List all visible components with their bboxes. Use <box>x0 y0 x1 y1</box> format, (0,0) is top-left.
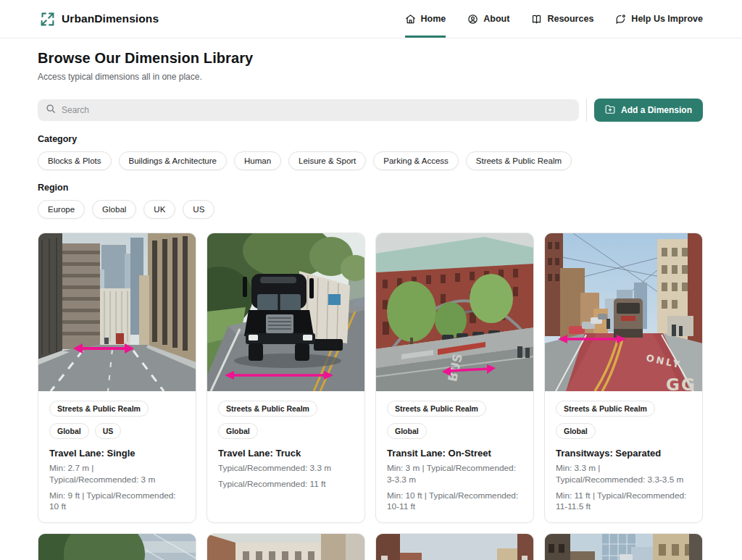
card-metric-metric1: Typical/Recommended: 3.3 m <box>218 463 354 475</box>
category-chip-parking-access[interactable]: Parking & Access <box>373 151 458 170</box>
category-chip-streets-public-realm[interactable]: Streets & Public Realm <box>466 151 572 170</box>
card-image-brick-warehouse-street: BUS <box>376 233 533 391</box>
dimension-card-grid: Streets & Public Realm Global US Travel … <box>38 233 703 523</box>
card-image-city-street <box>38 233 196 391</box>
card-row2-4[interactable] <box>544 533 703 560</box>
card-metric-imperial1: Min: 9 ft | Typical/Recommended: 10 ft <box>49 490 185 514</box>
card-row2-1[interactable] <box>38 533 196 560</box>
search-icon <box>46 104 56 117</box>
card-metric-imperial1: Min: 11 ft | Typical/Recommended: 11-11.… <box>556 490 691 514</box>
card-metric-metric1: Min: 3 m | Typical/Recommended: 3-3.3 m <box>387 463 522 486</box>
region-filter-label: Region <box>38 183 703 193</box>
expand-arrows-icon <box>40 12 55 27</box>
card-metric-metric1: Min: 3.3 m | Typical/Recommended: 3.3-3.… <box>556 463 691 486</box>
region-chip-us[interactable]: US <box>183 200 214 219</box>
nav-help-label: Help Us Improve <box>631 14 703 24</box>
book-open-icon <box>531 14 542 25</box>
brand-logo[interactable]: UrbanDimensions <box>40 0 159 38</box>
category-chip-human[interactable]: Human <box>234 151 281 170</box>
app-header: UrbanDimensions Home About Resources Hel… <box>0 0 742 38</box>
add-dimension-button[interactable]: Add a Dimension <box>594 99 703 122</box>
card-category-pill: Streets & Public Realm <box>49 401 149 417</box>
search-input[interactable] <box>62 105 571 115</box>
nav-about[interactable]: About <box>467 0 509 38</box>
card-image-red-bus-lane: ONLY GG <box>545 233 702 391</box>
nav-resources-label: Resources <box>547 14 593 24</box>
card-title: Travel Lane: Truck <box>218 448 354 459</box>
region-chip-uk[interactable]: UK <box>143 200 175 219</box>
region-chip-global[interactable]: Global <box>92 200 136 219</box>
card-transitways-separated[interactable]: ONLY GG Streets & Public Realm Global Tr… <box>544 233 703 523</box>
card-category-pill: Streets & Public Realm <box>218 401 317 417</box>
card-metric-metric1: Min: 2.7 m | Typical/Recommended: 3 m <box>49 463 185 486</box>
card-travel-lane-single[interactable]: Streets & Public Realm Global US Travel … <box>38 233 196 523</box>
card-row2-2[interactable] <box>207 533 365 560</box>
card-title: Travel Lane: Single <box>49 448 185 459</box>
card-region-pills: Global <box>218 423 354 439</box>
region-chips: Europe Global UK US <box>38 200 703 219</box>
page-title: Browse Our Dimension Library <box>38 50 703 67</box>
nav-home-label: Home <box>421 14 446 24</box>
main-nav: Home About Resources Help Us Improve <box>405 0 703 38</box>
svg-text:GG: GG <box>666 375 696 391</box>
card-image-narrow-european-street <box>376 534 533 560</box>
dimension-card-grid-row2 <box>38 533 703 560</box>
main-content: Browse Our Dimension Library Access typi… <box>0 38 742 560</box>
card-region-pill: Global <box>556 423 596 439</box>
card-region-pill: Global <box>218 423 258 439</box>
search-box <box>38 99 579 121</box>
nav-help-us-improve[interactable]: Help Us Improve <box>615 0 703 38</box>
card-category-pill: Streets & Public Realm <box>556 401 655 417</box>
region-chip-europe[interactable]: Europe <box>38 200 85 219</box>
card-body: Streets & Public Realm Global Transitway… <box>545 391 702 522</box>
card-body: Streets & Public Realm Global US Travel … <box>38 391 196 522</box>
nav-home[interactable]: Home <box>405 0 446 38</box>
card-region-pills: Global <box>556 423 691 439</box>
card-travel-lane-truck[interactable]: Streets & Public Realm Global Travel Lan… <box>207 233 365 523</box>
brand-name: UrbanDimensions <box>62 12 159 25</box>
card-title: Transitways: Separated <box>556 448 691 459</box>
category-chip-blocks-plots[interactable]: Blocks & Plots <box>38 151 112 170</box>
card-image-truck <box>207 233 364 391</box>
category-chip-buildings-architecture[interactable]: Buildings & Architecture <box>119 151 227 170</box>
search-row: Add a Dimension <box>38 99 703 122</box>
card-region-pill: Global <box>387 423 427 439</box>
card-region-pill: US <box>95 423 122 439</box>
card-body: Streets & Public Realm Global Transit La… <box>376 391 533 522</box>
card-row2-3[interactable] <box>375 533 534 560</box>
card-region-pills: Global <box>387 423 522 439</box>
card-region-pills: Global US <box>49 423 185 439</box>
category-chip-leisure-sport[interactable]: Leisure & Sport <box>288 151 366 170</box>
category-chips: Blocks & Plots Buildings & Architecture … <box>38 151 703 170</box>
card-metric-imperial1: Typical/Recommended: 11 ft <box>218 479 354 490</box>
feedback-chat-icon <box>615 14 626 25</box>
card-title: Transit Lane: On-Street <box>387 448 522 459</box>
home-icon <box>405 14 416 25</box>
card-metric-imperial1: Min: 10 ft | Typical/Recommended: 10-11 … <box>387 490 522 514</box>
card-image-tree-glass-building <box>38 534 196 560</box>
card-body: Streets & Public Realm Global Travel Lan… <box>207 391 364 500</box>
card-region-pill: Global <box>49 423 89 439</box>
vertical-divider <box>586 99 587 122</box>
category-filter-label: Category <box>38 134 703 144</box>
card-image-downtown-theater-street <box>545 534 702 560</box>
card-category-pill: Streets & Public Realm <box>387 401 486 417</box>
user-circle-icon <box>467 14 478 25</box>
card-transit-lane-on-street[interactable]: BUS Streets & Public Realm Global Transi… <box>375 233 534 523</box>
nav-resources[interactable]: Resources <box>531 0 593 38</box>
add-dimension-label: Add a Dimension <box>621 105 692 115</box>
nav-about-label: About <box>483 14 509 24</box>
page-subtitle: Access typical dimensions all in one pla… <box>38 72 703 82</box>
card-image-curb-lane-street <box>207 534 364 560</box>
folder-plus-icon <box>605 104 615 117</box>
